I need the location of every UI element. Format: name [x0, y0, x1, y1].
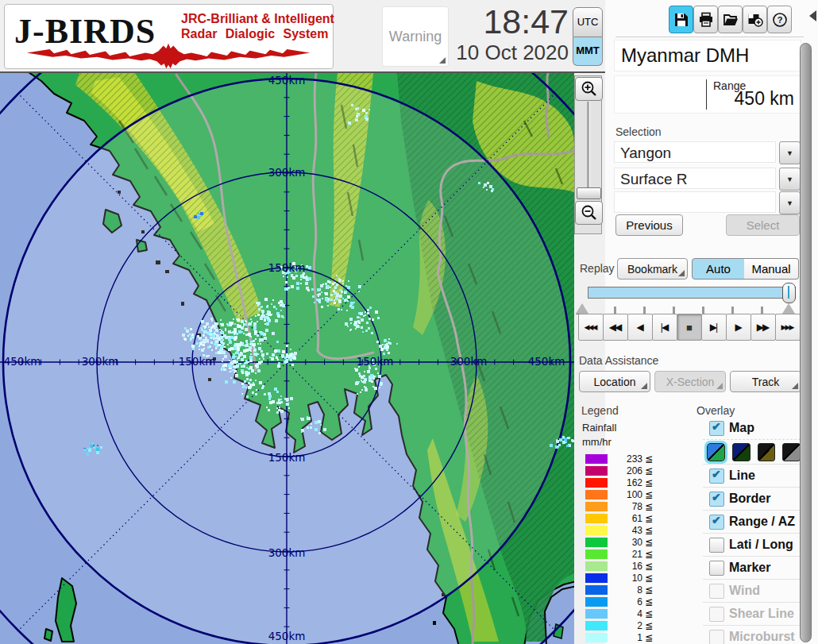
legend-operator: ≦ [645, 584, 653, 596]
data-assistance-buttons: LocationX-SectionTrack [579, 371, 801, 392]
rewind-fast-button[interactable]: ◀◀◀ [578, 314, 604, 341]
rainfall-legend: Rainfall mm/hr 233≦206≦162≦100≦78≦61≦43≦… [582, 421, 693, 644]
rewind-button[interactable]: ◀◀ [603, 314, 628, 341]
bookmark-button[interactable]: Bookmark [617, 258, 688, 280]
svg-text:450km: 450km [268, 630, 306, 642]
replay-range-end-marker[interactable] [782, 303, 795, 314]
button-label: Location [594, 376, 636, 388]
save-icon[interactable] [669, 6, 693, 33]
range-display: Range 450 km [614, 75, 801, 114]
checkbox[interactable] [709, 492, 724, 507]
overlay-item-label: Marker [729, 561, 770, 575]
header-bar: J-BIRDS JRC-Brilliant & Intelligent Rada… [0, 0, 605, 73]
svg-text:450km: 450km [528, 355, 565, 368]
play-reverse-button[interactable]: ◀ [627, 314, 653, 341]
legend-operator: ≦ [645, 608, 653, 619]
legend-value: 43 [608, 525, 642, 536]
svg-text:450km: 450km [4, 355, 41, 368]
panel-scrollbar[interactable] [800, 43, 812, 642]
dropdown-arrow-button[interactable]: ▼ [779, 141, 801, 164]
replay-section-label: Replay [580, 262, 615, 275]
selection-dropdown-value: Yangon [614, 141, 776, 163]
style-navy-darkgreen[interactable] [732, 443, 750, 461]
timezone-mmt-button[interactable]: MMT [573, 37, 603, 66]
dropdown-arrow-button[interactable]: ▼ [779, 191, 801, 214]
button-label: X-Section [666, 376, 715, 388]
overlay-item-line: Line [703, 464, 801, 487]
eagle-icon [11, 41, 326, 70]
zoom-slider-thumb[interactable] [577, 187, 601, 199]
station-title-box: Myanmar DMH [614, 40, 801, 71]
replay-manual-button[interactable]: Manual [744, 258, 799, 280]
clock-time: 18:47 [442, 3, 569, 40]
overlay-item-border: Border [703, 487, 801, 510]
svg-text:?: ? [777, 15, 782, 25]
step-forward-button[interactable]: ▶| [701, 314, 727, 341]
print-icon[interactable] [693, 6, 718, 33]
style-black-olive[interactable] [758, 443, 776, 461]
manual-button-label: Manual [751, 262, 790, 276]
overlay-item-lati-long: Lati / Long [703, 533, 801, 556]
zoom-slider-track[interactable] [587, 102, 590, 199]
location-button[interactable]: Location [579, 371, 650, 392]
replay-range-start-marker[interactable] [576, 303, 588, 314]
checkbox[interactable] [709, 421, 724, 436]
legend-unit-line2: mm/hr [582, 435, 693, 449]
legend-operator: ≦ [645, 537, 653, 548]
stop-button[interactable]: ■ [677, 314, 702, 341]
legend-value: 10 [608, 573, 642, 584]
svg-text:300km: 300km [82, 355, 119, 368]
previous-button[interactable]: Previous [615, 214, 683, 236]
help-icon[interactable]: ? [767, 6, 792, 33]
replay-slider-track[interactable] [588, 287, 796, 299]
overlay-item-label: Range / AZ [729, 515, 795, 529]
legend-entry: 21≦ [582, 548, 693, 560]
track-button[interactable]: Track [730, 371, 801, 392]
legend-value: 61 [608, 513, 642, 524]
map-style-row [703, 439, 801, 464]
forward-fast-button[interactable]: ▶▶▶ [775, 314, 801, 341]
step-back-button[interactable]: |◀ [652, 314, 677, 341]
forward-button[interactable]: ▶▶ [750, 314, 776, 341]
play-button[interactable]: ▶ [726, 314, 751, 341]
checkbox [709, 630, 724, 644]
replay-auto-button[interactable]: Auto [692, 258, 745, 280]
panel-collapse-arrow-icon[interactable] [809, 10, 816, 21]
style-black-gray[interactable] [782, 443, 801, 461]
x-section-button[interactable]: X-Section [654, 371, 726, 392]
jbirds-window: 450km300km150km150km300km450km450km300km… [0, 0, 818, 644]
overlay-item-label: Microburst [729, 630, 795, 644]
legend-operator: ≦ [645, 501, 653, 512]
legend-operator: ≦ [645, 513, 653, 524]
legend-value: 30 [608, 537, 642, 548]
overlay-item-label: Line [729, 469, 755, 483]
overlay-item-range-az: Range / AZ [703, 510, 801, 533]
legend-section-label: Legend [581, 404, 619, 417]
overlay-item-shear-line: Shear Line [703, 602, 801, 625]
checkbox[interactable] [709, 561, 724, 576]
dropdown-arrow-button[interactable]: ▼ [779, 168, 801, 191]
radar-map-display[interactable]: 450km300km150km150km300km450km450km300km… [0, 73, 574, 644]
checkbox[interactable] [709, 538, 724, 553]
style-blue-green[interactable] [707, 443, 725, 461]
select-button-label: Select [747, 218, 780, 232]
overlay-item-label: Lati / Long [729, 538, 793, 552]
zoom-out-button[interactable] [575, 201, 603, 225]
add-image-icon[interactable] [743, 6, 767, 33]
overlay-item-label: Border [729, 492, 770, 506]
logo-tagline-2: Radar Dialogic System [181, 26, 328, 41]
select-button[interactable]: Select [726, 214, 800, 236]
checkbox[interactable] [709, 515, 724, 530]
legend-color-swatch [585, 454, 608, 464]
overlay-item-label: Shear Line [729, 607, 794, 621]
replay-slider-thumb[interactable] [782, 283, 796, 303]
timezone-utc-button[interactable]: UTC [573, 7, 603, 37]
legend-color-swatch [585, 478, 608, 488]
legend-value: 233 [608, 453, 642, 465]
toolbar-divider [615, 37, 804, 37]
checkbox[interactable] [709, 469, 724, 484]
legend-entry: 2≦ [582, 619, 693, 631]
open-folder-icon[interactable] [718, 6, 743, 33]
zoom-in-button[interactable] [575, 77, 603, 101]
warning-button[interactable]: Warning [382, 6, 449, 67]
